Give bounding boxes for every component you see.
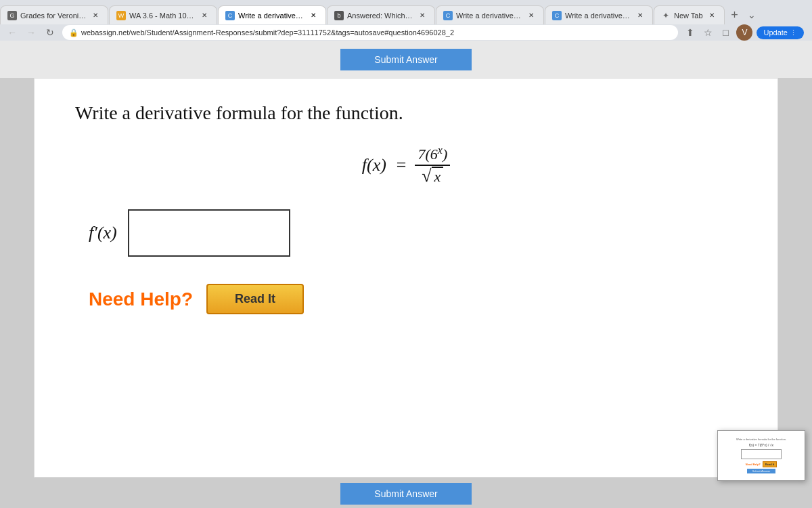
tab-write-derivative-2[interactable]: C Write a derivative form ✕ — [436, 5, 544, 24]
tab-favicon-grades: G — [7, 11, 17, 20]
submit-answer-top-button[interactable]: Submit Answer — [340, 49, 471, 70]
question-title: Write a derivative formula for the funct… — [75, 102, 737, 124]
tab-label-newtab: New Tab — [674, 12, 703, 20]
thumbnail-need-help: Need Help? — [746, 463, 761, 466]
tab-label-c2: Write a derivative form — [456, 12, 522, 20]
tab-favicon-answered: b — [334, 11, 344, 20]
share-icon[interactable]: ⬆ — [683, 26, 697, 39]
tab-overflow-button[interactable]: ⌄ — [745, 5, 759, 24]
function-name: f(x) = — [362, 155, 407, 175]
thumbnail-input-area — [741, 449, 782, 459]
tab-favicon-wa: W — [116, 11, 126, 20]
thumbnail-read-it: Read It — [763, 461, 777, 467]
tab-write-derivative-1[interactable]: C Write a derivative form ✕ — [218, 5, 326, 24]
tab-close-c1[interactable]: ✕ — [308, 10, 319, 21]
tab-new-tab[interactable]: ✦ New Tab ✕ — [654, 5, 725, 24]
thumbnail-submit: Submit Answer — [747, 469, 776, 473]
page-content: Submit Answer Write a derivative formula… — [0, 41, 812, 508]
profile-avatar[interactable]: V — [736, 24, 752, 41]
formula-numerator: 7(6x) — [415, 144, 450, 166]
tab-close-answered[interactable]: ✕ — [417, 10, 428, 21]
forward-button[interactable]: → — [24, 26, 38, 39]
tab-favicon-c3: C — [552, 11, 562, 20]
thumbnail-formula: f(x) = 7(6^x) / √x — [749, 443, 773, 447]
back-button[interactable]: ← — [5, 26, 19, 39]
browser-actions: ⬆ ☆ □ V Update ⋮ — [683, 24, 807, 41]
tab-label-grades: Grades for Veronica M — [20, 12, 87, 20]
tab-close-c3[interactable]: ✕ — [635, 10, 646, 21]
main-formula: f(x) = 7(6x) √x — [75, 144, 737, 186]
submit-answer-bottom-button[interactable]: Submit Answer — [340, 483, 471, 505]
tab-label-answered: Answered: Which of t — [347, 12, 413, 20]
thumbnail-preview: Write a derivative formula for the funct… — [717, 430, 805, 481]
need-help-label: Need Help? — [89, 289, 193, 310]
tab-close-newtab[interactable]: ✕ — [706, 10, 717, 21]
tab-write-derivative-3[interactable]: C Write a derivative form ✕ — [545, 5, 653, 24]
window-icon[interactable]: □ — [719, 26, 732, 39]
tab-favicon-c1: C — [225, 11, 235, 20]
bookmark-icon[interactable]: ☆ — [701, 26, 715, 39]
derivative-row: f′(x) — [75, 209, 737, 257]
browser-chrome: G Grades for Veronica M ✕ W WA 3.6 - Mat… — [0, 0, 812, 41]
help-section: Need Help? Read It — [75, 284, 737, 314]
tab-favicon-newtab: ✦ — [661, 11, 671, 20]
tab-wa[interactable]: W WA 3.6 - Math 1020 S ✕ — [109, 5, 217, 24]
update-button[interactable]: Update ⋮ — [757, 26, 804, 39]
tab-close-grades[interactable]: ✕ — [90, 10, 101, 21]
derivative-answer-input[interactable] — [128, 209, 290, 257]
formula-display: f(x) = 7(6x) √x — [75, 144, 737, 186]
tab-favicon-c2: C — [443, 11, 453, 20]
tab-answered[interactable]: b Answered: Which of t ✕ — [327, 5, 435, 24]
derivative-label: f′(x) — [89, 223, 117, 243]
thumbnail-help: Need Help? Read It — [746, 461, 777, 467]
formula-fraction: 7(6x) √x — [415, 144, 450, 186]
tab-label-wa: WA 3.6 - Math 1020 S — [129, 12, 196, 20]
reload-button[interactable]: ↻ — [43, 26, 57, 39]
top-action-bar: Submit Answer — [0, 41, 812, 78]
bottom-area: Submit Answer — [0, 478, 812, 508]
tab-label-c1: Write a derivative form — [238, 12, 304, 20]
tab-close-c2[interactable]: ✕ — [526, 10, 537, 21]
tab-grades[interactable]: G Grades for Veronica M ✕ — [0, 5, 108, 24]
tab-label-c3: Write a derivative form — [565, 12, 631, 20]
question-area: Write a derivative formula for the funct… — [34, 78, 778, 478]
read-it-button[interactable]: Read It — [206, 284, 304, 314]
url-bar[interactable]: 🔒 webassign.net/web/Student/Assignment-R… — [62, 25, 678, 40]
new-tab-button[interactable]: + — [725, 5, 744, 24]
lock-icon: 🔒 — [69, 28, 78, 37]
tab-close-wa[interactable]: ✕ — [199, 10, 210, 21]
url-text: webassign.net/web/Student/Assignment-Res… — [81, 28, 454, 37]
thumbnail-title: Write a derivative formula for the funct… — [736, 438, 786, 441]
address-bar: ← → ↻ 🔒 webassign.net/web/Student/Assign… — [0, 24, 812, 41]
formula-denominator: √x — [422, 166, 443, 186]
tab-bar: G Grades for Veronica M ✕ W WA 3.6 - Mat… — [0, 0, 812, 24]
